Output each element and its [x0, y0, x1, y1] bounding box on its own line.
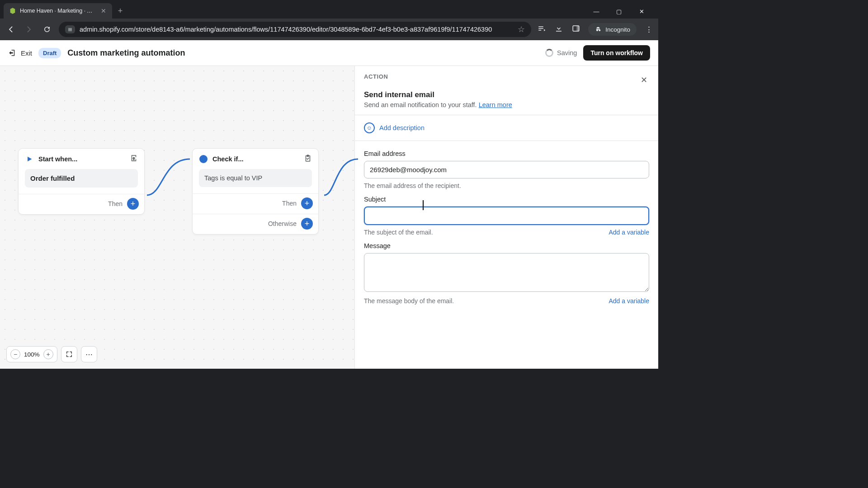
browser-chrome: Home Haven · Marketing · Auto ✕ + ― ▢ ✕ …: [0, 0, 658, 40]
workflow-canvas[interactable]: Start when... Order fulfilled Then + C: [0, 66, 354, 369]
add-step-button[interactable]: +: [127, 198, 139, 210]
play-icon: [25, 155, 34, 164]
more-tools-button[interactable]: ⋯: [81, 346, 97, 362]
email-label: Email address: [364, 150, 649, 157]
svg-marker-2: [28, 156, 32, 161]
panel-kicker: ACTION: [364, 73, 388, 80]
url-field[interactable]: admin.shopify.com/store/de8143-a6/market…: [59, 22, 531, 37]
add-description-button[interactable]: ☺ Add description: [355, 115, 658, 141]
close-panel-button[interactable]: ✕: [639, 73, 649, 87]
trigger-then-row: Then +: [19, 194, 144, 214]
sidepanel-icon[interactable]: [571, 24, 581, 35]
saving-label: Saving: [557, 49, 577, 56]
message-add-variable-link[interactable]: Add a variable: [609, 297, 649, 305]
shopify-favicon-icon: [9, 7, 16, 14]
turn-on-workflow-button[interactable]: Turn on workflow: [583, 45, 650, 61]
action-form: Email address The email address of the r…: [355, 141, 658, 305]
close-window-icon[interactable]: ✕: [635, 8, 648, 15]
app-body: Start when... Order fulfilled Then + C: [0, 66, 658, 369]
new-tab-button[interactable]: +: [114, 5, 127, 17]
tab-title: Home Haven · Marketing · Auto: [20, 8, 96, 14]
site-info-icon[interactable]: [65, 25, 75, 33]
exit-button[interactable]: Exit: [8, 49, 32, 57]
draft-badge: Draft: [38, 48, 61, 58]
saving-indicator: Saving: [545, 49, 577, 57]
then-label: Then: [108, 200, 123, 207]
message-label: Message: [364, 242, 649, 249]
condition-card-title: Check if...: [212, 155, 244, 163]
condition-card[interactable]: Check if... Tags is equal to VIP Then + …: [192, 148, 319, 235]
trigger-event: Order fulfilled: [25, 169, 138, 188]
email-input[interactable]: [364, 161, 649, 178]
reload-button[interactable]: [41, 23, 53, 36]
add-then-step-button[interactable]: +: [301, 197, 313, 209]
media-control-icon[interactable]: [537, 24, 547, 35]
close-tab-icon[interactable]: ✕: [99, 7, 108, 14]
tab-strip: Home Haven · Marketing · Auto ✕ + ― ▢ ✕: [0, 0, 658, 19]
zoom-out-button[interactable]: −: [10, 349, 20, 359]
window-controls: ― ▢ ✕: [590, 8, 655, 19]
bookmark-star-icon[interactable]: ☆: [518, 24, 525, 34]
maximize-icon[interactable]: ▢: [612, 8, 626, 15]
incognito-badge[interactable]: Incognito: [588, 23, 637, 36]
canvas-toolbar: − 100% + ⋯: [6, 346, 97, 362]
action-side-panel: ACTION ✕ Send internal email Send an ema…: [354, 66, 658, 369]
downloads-icon[interactable]: [554, 24, 564, 35]
subject-help: The subject of the email.: [364, 229, 433, 236]
app-header: Exit Draft Custom marketing automation S…: [0, 40, 658, 66]
otherwise-label: Otherwise: [268, 220, 297, 227]
trigger-card-title: Start when...: [38, 155, 77, 163]
trigger-card[interactable]: Start when... Order fulfilled Then +: [18, 148, 145, 215]
subject-input[interactable]: [364, 206, 649, 225]
panel-title: Send internal email: [355, 90, 658, 99]
condition-expression: Tags is equal to VIP: [199, 169, 312, 187]
message-textarea[interactable]: [364, 253, 649, 292]
subject-label: Subject: [364, 196, 649, 203]
import-icon[interactable]: [130, 154, 138, 164]
clipboard-icon[interactable]: [304, 154, 312, 164]
app-shell: Exit Draft Custom marketing automation S…: [0, 40, 658, 369]
message-help: The message body of the email.: [364, 297, 454, 305]
page-title: Custom marketing automation: [67, 48, 185, 58]
exit-label: Exit: [21, 49, 32, 57]
toolbar-icons: Incognito ⋮: [537, 23, 654, 36]
email-help: The email address of the recipient.: [364, 182, 461, 189]
condition-otherwise-row: Otherwise +: [193, 214, 318, 234]
then-label-2: Then: [282, 200, 297, 207]
zoom-control: − 100% +: [6, 346, 57, 362]
add-description-label: Add description: [379, 124, 425, 131]
back-button[interactable]: [5, 23, 17, 36]
subject-add-variable-link[interactable]: Add a variable: [609, 229, 649, 236]
minimize-icon[interactable]: ―: [590, 8, 603, 15]
condition-then-row: Then +: [193, 193, 318, 214]
spinner-icon: [545, 49, 553, 57]
add-otherwise-step-button[interactable]: +: [301, 218, 313, 230]
forward-button[interactable]: [23, 23, 35, 36]
fit-view-button[interactable]: [61, 346, 77, 362]
url-text: admin.shopify.com/store/de8143-a6/market…: [80, 26, 513, 33]
browser-tab[interactable]: Home Haven · Marketing · Auto ✕: [4, 3, 112, 19]
zoom-in-button[interactable]: +: [43, 349, 53, 359]
panel-subtitle: Send an email notification to your staff…: [355, 99, 658, 115]
smiley-icon: ☺: [364, 122, 375, 133]
learn-more-link[interactable]: Learn more: [479, 101, 512, 108]
svg-rect-1: [577, 26, 579, 31]
zoom-level: 100%: [24, 351, 40, 358]
condition-dot-icon: [199, 155, 208, 164]
kebab-menu-icon[interactable]: ⋮: [644, 25, 654, 34]
address-bar: admin.shopify.com/store/de8143-a6/market…: [0, 19, 658, 40]
incognito-label: Incognito: [605, 26, 630, 33]
exit-icon: [8, 49, 16, 57]
